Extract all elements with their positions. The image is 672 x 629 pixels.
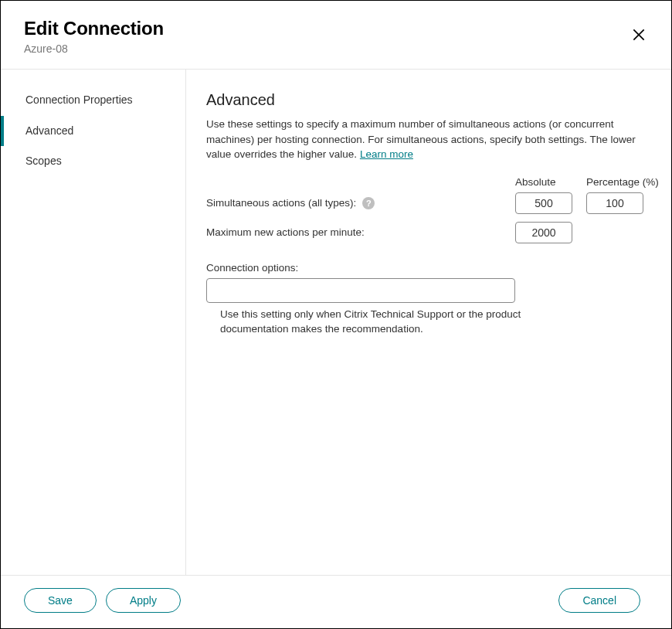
columns-header: Absolute Percentage (%) xyxy=(206,176,650,188)
close-button[interactable] xyxy=(628,24,650,48)
connection-options-input[interactable] xyxy=(206,278,515,303)
cancel-button[interactable]: Cancel xyxy=(558,588,640,613)
desc-text: Use these settings to specify a maximum … xyxy=(206,118,636,160)
simultaneous-percentage-input[interactable] xyxy=(586,192,643,214)
help-icon[interactable]: ? xyxy=(362,197,375,209)
content-title: Advanced xyxy=(206,91,650,109)
sidebar-item-label: Scopes xyxy=(25,155,62,167)
sidebar-nav: Connection Properties Advanced Scopes xyxy=(1,70,186,575)
connection-options-help-text: Use this setting only when Citrix Techni… xyxy=(220,308,529,337)
row-label: Maximum new actions per minute: xyxy=(206,226,515,238)
row-simultaneous-actions: Simultaneous actions (all types): ? xyxy=(206,192,650,214)
learn-more-link[interactable]: Learn more xyxy=(360,148,413,160)
max-new-absolute-input[interactable] xyxy=(515,222,572,243)
col-header-percentage: Percentage (%) xyxy=(586,176,643,188)
header-text-block: Edit Connection Azure-08 xyxy=(24,18,164,55)
dialog-footer: Save Apply Cancel xyxy=(1,575,671,628)
sidebar-item-label: Connection Properties xyxy=(25,94,133,106)
close-icon xyxy=(631,27,647,42)
dialog-header: Edit Connection Azure-08 xyxy=(1,1,671,70)
apply-button[interactable]: Apply xyxy=(106,588,181,613)
footer-left-buttons: Save Apply xyxy=(24,588,181,613)
connection-options-label: Connection options: xyxy=(206,262,650,274)
col-header-absolute: Absolute xyxy=(515,176,572,188)
row-max-new-actions: Maximum new actions per minute: xyxy=(206,222,650,243)
simultaneous-actions-label: Simultaneous actions (all types): xyxy=(206,197,356,209)
sidebar-item-scopes[interactable]: Scopes xyxy=(1,146,185,177)
content-description: Use these settings to specify a maximum … xyxy=(206,117,650,162)
max-new-actions-label: Maximum new actions per minute: xyxy=(206,226,365,238)
footer-right-buttons: Cancel xyxy=(558,588,640,613)
sidebar-item-connection-properties[interactable]: Connection Properties xyxy=(1,85,185,116)
save-button[interactable]: Save xyxy=(24,588,97,613)
content-area: Advanced Use these settings to specify a… xyxy=(186,70,671,575)
row-label: Simultaneous actions (all types): ? xyxy=(206,197,515,209)
dialog-title: Edit Connection xyxy=(24,18,164,39)
sidebar-item-advanced[interactable]: Advanced xyxy=(1,116,185,147)
dialog-body: Connection Properties Advanced Scopes Ad… xyxy=(1,70,671,575)
dialog-subtitle: Azure-08 xyxy=(24,42,164,55)
simultaneous-absolute-input[interactable] xyxy=(515,192,572,214)
sidebar-item-label: Advanced xyxy=(25,124,73,137)
